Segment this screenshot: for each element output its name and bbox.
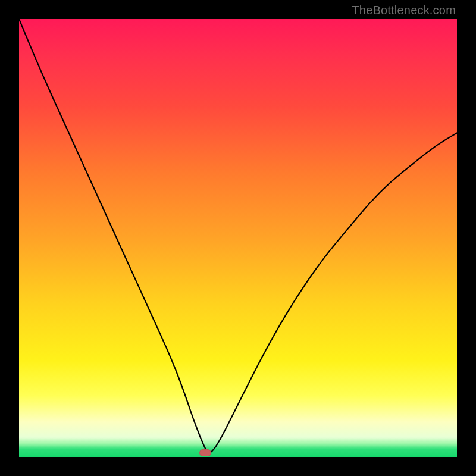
chart-frame: TheBottleneck.com bbox=[0, 0, 476, 476]
bottleneck-curve bbox=[19, 19, 457, 457]
plot-area bbox=[19, 19, 457, 457]
optimal-point-marker bbox=[199, 449, 211, 456]
attribution-label: TheBottleneck.com bbox=[352, 4, 456, 17]
